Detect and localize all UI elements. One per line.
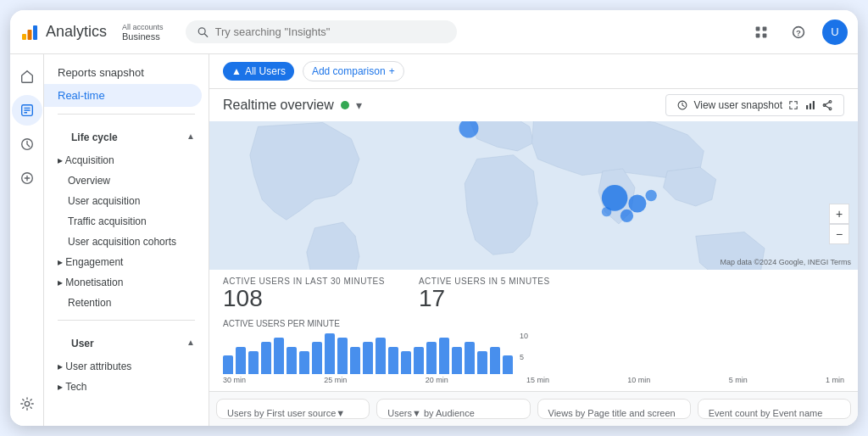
chart-bar [325,333,335,374]
chart-bar [337,338,348,374]
grid-icon [754,25,768,39]
chart-bar [350,347,360,374]
divider2 [58,320,195,321]
chart-bar [465,342,475,373]
help-icon-btn[interactable]: ? [785,19,812,46]
bottom-cards: Users by First user source▼ No.1 google … [209,392,858,426]
tech-group[interactable]: ▸ Tech [44,377,209,397]
svg-point-34 [645,190,656,201]
svg-rect-0 [22,34,26,40]
sidebar-realtime[interactable]: Real-time [44,84,202,107]
svg-rect-22 [810,103,811,109]
chart-bar [439,338,449,374]
chart-bar [261,342,271,373]
nav-explore[interactable] [12,129,42,159]
help-icon: ? [792,25,805,39]
sidebar-reports-snapshot[interactable]: Reports snapshot [44,61,202,84]
nav-home[interactable] [12,61,42,92]
chart-bar [414,347,424,374]
per-minute-label: ACTIVE USERS PER MINUTE [223,319,844,328]
svg-line-27 [825,102,831,105]
card-title: Event count by Event name [709,408,840,418]
chart-bar [452,347,462,374]
nav-reports[interactable] [12,95,42,126]
sidebar: Reports snapshot Real-time Life cycle ▲ … [44,54,209,426]
svg-rect-6 [763,26,767,31]
bottom-card: Users▼ by Audience No.1 All Users 108 10… [376,399,530,419]
chart-bar [236,347,246,374]
add-comparison-button[interactable]: Add comparison + [303,61,404,81]
sidebar-retention[interactable]: Retention [44,293,202,313]
sidebar-traffic-acquisition[interactable]: Traffic acquisition [44,211,202,232]
chart-bar [388,347,398,374]
map-zoom-out[interactable]: − [829,224,849,244]
active-30-stat: ACTIVE USERS IN LAST 30 MINUTES 108 [223,277,385,312]
svg-point-32 [628,195,646,213]
chart-bar [312,342,322,373]
user-attributes-group[interactable]: ▸ User attributes [44,356,209,377]
app-title: Analytics [46,23,107,41]
sidebar-user-acquisition[interactable]: User acquisition [44,191,202,211]
svg-rect-21 [806,105,808,109]
sidebar-overview[interactable]: Overview [44,170,202,191]
view-snapshot-button[interactable]: View user snapshot [665,94,844,116]
left-nav [10,54,44,426]
bottom-card: Event count by Event name No.1 page_view… [698,399,851,419]
world-map: + − Map data ©2024 Google, INEGI Terms [209,121,858,270]
chart-bar [223,355,233,373]
svg-rect-23 [813,101,815,109]
expand-icon [787,99,799,111]
account-label: All accounts [122,23,164,31]
snapshot-icon [676,99,688,111]
map-svg [209,121,858,270]
account-name: Business [122,31,164,42]
search-bar[interactable] [186,20,457,43]
active-users-chart [223,332,513,374]
chart-bar [299,351,309,374]
chart-bar [401,351,411,374]
search-input[interactable] [215,25,445,38]
content: ▲ All Users Add comparison + Realtime ov… [209,54,858,426]
account-info: All accounts Business [122,23,164,42]
svg-point-35 [602,207,611,216]
svg-line-4 [204,33,207,36]
divider [58,114,195,115]
sidebar-user-acquisition-cohorts[interactable]: User acquisition cohorts [44,232,202,252]
chart-bar [376,338,386,374]
avatar[interactable]: U [822,20,848,45]
content-header: ▲ All Users Add comparison + [209,54,858,89]
analytics-logo [20,23,39,42]
all-users-badge[interactable]: ▲ All Users [223,62,294,81]
map-attribution: Map data ©2024 Google, INEGI Terms [720,258,851,266]
acquisition-group[interactable]: ▸ Acquisition [44,150,209,170]
bottom-card: Users by First user source▼ No.1 google … [216,399,370,419]
monetisation-group[interactable]: ▸ Monetisation [44,272,209,293]
realtime-title: Realtime overview ▾ [223,98,362,113]
share-icon [821,99,833,111]
chart-bar [287,347,297,374]
card-title: Views by Page title and screen name [548,408,680,419]
main-body: Reports snapshot Real-time Life cycle ▲ … [10,54,858,426]
content-title-bar: Realtime overview ▾ View user snapshot [209,89,858,121]
nav-settings[interactable] [12,388,42,419]
lifecycle-title: Life cycle [58,125,131,147]
logo-area: Analytics [20,23,107,42]
app-container: Analytics All accounts Business [10,10,858,426]
svg-text:?: ? [796,28,801,37]
engagement-group[interactable]: ▸ Engagement [44,252,209,272]
stats-section: ACTIVE USERS IN LAST 30 MINUTES 108 ACTI… [209,270,858,392]
search-icon [198,26,209,38]
bottom-card: Views by Page title and screen name No.1… [537,399,691,419]
chart-bar [426,342,437,373]
svg-rect-5 [756,26,760,31]
card-title: Users▼ by Audience [387,408,519,418]
svg-rect-2 [33,25,37,40]
lifecycle-chevron: ▲ [186,131,195,141]
grid-icon-btn[interactable] [748,19,775,46]
dropdown-arrow[interactable]: ▾ [356,98,362,112]
map-zoom-in[interactable]: + [829,204,849,224]
svg-rect-8 [763,33,767,37]
svg-point-3 [198,27,205,34]
svg-rect-7 [756,33,760,37]
nav-advertising[interactable] [12,163,42,193]
